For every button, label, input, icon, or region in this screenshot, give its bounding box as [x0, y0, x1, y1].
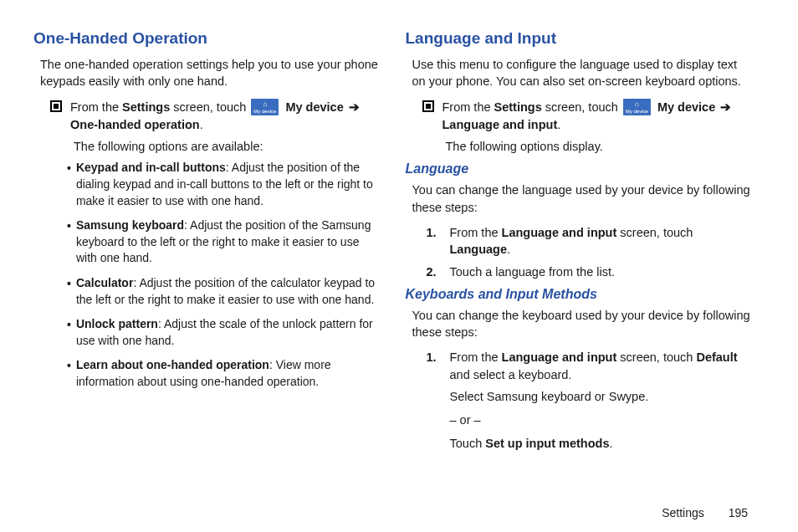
step-suffix: and select a keyboard. — [450, 368, 572, 381]
text-my-device-bold: My device — [657, 100, 715, 114]
subheading-keyboards: Keyboards and Input Methods — [406, 287, 753, 302]
subheading-language: Language — [406, 161, 753, 176]
heading-language-input: Language and Input — [406, 29, 753, 48]
intro-one-handed: The one-handed operation settings help y… — [40, 56, 381, 90]
step-text: From the Language and input screen, touc… — [450, 224, 753, 258]
step-row-left: From the Settings screen, touch My devic… — [50, 99, 381, 133]
bullet-content: Learn about one-handed operation: View m… — [76, 357, 381, 390]
bullet-content: Keypad and in-call buttons: Adjust the p… — [76, 160, 381, 209]
sub2-bold: Set up input methods — [485, 437, 609, 450]
step-bold2: Language — [450, 243, 507, 256]
text-settings-bold: Settings — [122, 100, 170, 114]
sub2-prefix: Touch — [450, 437, 486, 450]
step-lang-1: 1. From the Language and input screen, t… — [427, 224, 753, 258]
bullet-dot-icon: • — [67, 317, 71, 334]
bullet-learn-about: • Learn about one-handed operation: View… — [67, 357, 381, 390]
text-settings-bold: Settings — [494, 100, 542, 114]
step-suffix: . — [507, 243, 510, 256]
step-text: Touch a language from the list. — [450, 263, 753, 280]
right-column: Language and Input Use this menu to conf… — [406, 29, 753, 458]
page-footer: Settings 195 — [662, 506, 748, 519]
kb-sub2: Touch Set up input methods. — [450, 435, 753, 453]
heading-one-handed: One-Handed Operation — [33, 29, 381, 48]
bullet-bold: Learn about one-handed operation — [76, 358, 269, 371]
square-bullet-icon — [50, 100, 62, 112]
bullet-content: Calculator: Adjust the position of the c… — [76, 275, 381, 308]
step-text: From the Language and input screen, touc… — [450, 349, 753, 383]
sub2-suffix: . — [609, 437, 612, 450]
step-content-right: From the Settings screen, touch My devic… — [442, 99, 753, 133]
step-prefix: From the — [450, 226, 502, 239]
step-mid: screen, touch — [616, 226, 693, 239]
step-row-right: From the Settings screen, touch My devic… — [422, 99, 753, 133]
arrow-icon: ➔ — [349, 100, 360, 114]
text-lang-input-bold: Language and input — [442, 118, 558, 131]
step-number: 2. — [427, 263, 442, 280]
kb-or: – or – — [450, 412, 753, 430]
square-bullet-icon — [422, 100, 434, 112]
step-bold1: Language and input — [502, 226, 617, 239]
bullet-bold: Unlock pattern — [76, 317, 158, 330]
step-number: 1. — [427, 224, 442, 241]
bullet-content: Samsung keyboard: Adjust the position of… — [76, 217, 381, 267]
bullet-dot-icon: • — [67, 218, 71, 235]
step-bold2: Default — [696, 350, 737, 364]
bullet-samsung-keyboard: • Samsung keyboard: Adjust the position … — [67, 217, 381, 267]
bullet-content: Unlock pattern: Adjust the scale of the … — [76, 316, 381, 349]
bullet-keypad: • Keypad and in-call buttons: Adjust the… — [67, 160, 381, 209]
text-from-the: From the — [70, 100, 122, 114]
bullet-calculator: • Calculator: Adjust the position of the… — [67, 275, 381, 308]
text-from-the: From the — [442, 100, 494, 114]
bullet-dot-icon: • — [67, 358, 71, 375]
text-screen-touch: screen, touch — [542, 100, 622, 114]
bullet-bold: Keypad and in-call buttons — [76, 161, 226, 174]
my-device-icon: My device — [623, 99, 651, 115]
text-screen-touch: screen, touch — [170, 100, 249, 114]
step-content-left: From the Settings screen, touch My devic… — [70, 99, 381, 133]
intro-language: You can change the language used by your… — [412, 182, 753, 216]
footer-page-number: 195 — [729, 506, 748, 519]
bullet-bold: Samsung keyboard — [76, 218, 184, 232]
text-one-handed-bold: One-handed operation — [70, 118, 200, 131]
step-lang-2: 2. Touch a language from the list. — [427, 263, 753, 280]
intro-language-input: Use this menu to configure the language … — [412, 56, 753, 90]
text-period: . — [200, 118, 203, 131]
my-device-icon: My device — [251, 99, 279, 115]
text-following-right: The following options display. — [446, 138, 753, 155]
bullet-dot-icon: • — [67, 276, 71, 293]
kb-sub1: Select Samsung keyboard or Swype. — [450, 388, 753, 407]
content-columns: One-Handed Operation The one-handed oper… — [33, 29, 752, 458]
step-kb-1: 1. From the Language and input screen, t… — [427, 349, 753, 383]
footer-section: Settings — [662, 506, 704, 519]
intro-keyboards: You can change the keyboard used by your… — [412, 307, 753, 341]
arrow-icon: ➔ — [720, 100, 731, 114]
bullet-bold: Calculator — [76, 276, 133, 289]
bullet-unlock-pattern: • Unlock pattern: Adjust the scale of th… — [67, 316, 381, 349]
step-mid: screen, touch — [616, 350, 696, 364]
bullet-dot-icon: • — [67, 161, 71, 177]
text-period: . — [557, 118, 560, 131]
text-my-device-bold: My device — [285, 100, 343, 114]
step-prefix: From the — [450, 350, 502, 364]
step-bold1: Language and input — [502, 350, 617, 364]
text-following-left: The following options are available: — [74, 138, 381, 155]
step-number: 1. — [427, 349, 442, 366]
left-column: One-Handed Operation The one-handed oper… — [33, 29, 381, 458]
